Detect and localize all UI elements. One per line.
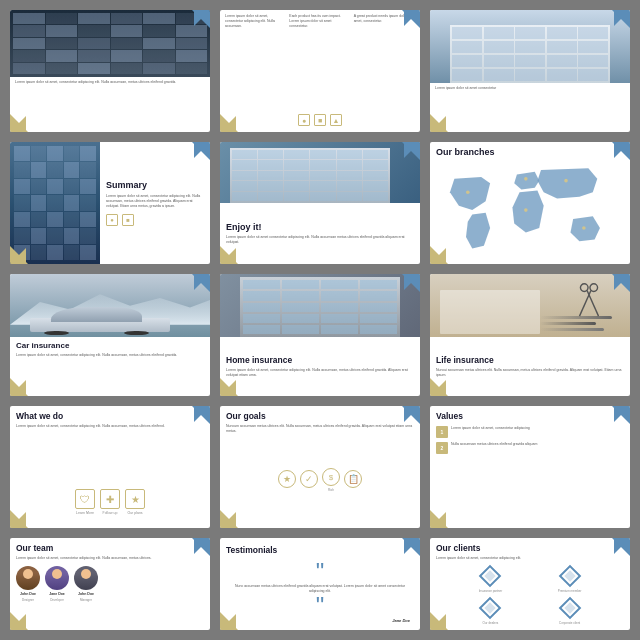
slide-goals: Our goals Nuncum accumsan metus ultrices… [220, 406, 420, 528]
corner-decoration [404, 538, 420, 554]
svg-point-2 [564, 179, 568, 183]
slide-title: Our goals [226, 411, 414, 421]
slide-body: Our branches [430, 142, 630, 264]
icon-1: ● [298, 114, 310, 126]
avatar-1 [16, 566, 40, 590]
team-member-1: John Doe Designer [16, 566, 40, 602]
client-4: Corporate client [532, 597, 607, 625]
star-icon: ★ [125, 489, 145, 509]
slide-text: Lorem ipsum dolor sit amet, consectetur … [16, 424, 204, 429]
client-label-1: Insurance partner [479, 589, 503, 593]
slide-life-insurance: Life insurance Nuncui accumsan metus ult… [430, 274, 630, 396]
shield-icon: 🛡 [75, 489, 95, 509]
corner-decoration [430, 116, 446, 132]
col-text: Each product has its own impact. Lorem i… [289, 14, 350, 29]
world-map-svg [441, 161, 620, 259]
corner-decoration [194, 142, 210, 158]
building-image [10, 142, 100, 264]
svg-point-3 [582, 226, 586, 230]
car-image [10, 274, 210, 337]
slide-body: Summary Lorem ipsum dolor sit amet, cons… [100, 142, 210, 264]
client-label-4: Corporate client [559, 621, 580, 625]
corner-decoration [430, 512, 446, 528]
member-role-2: Developer [50, 598, 64, 602]
corner-decoration [10, 248, 26, 264]
icon-item-3: ★ Our plans [125, 489, 145, 515]
slide-clients: Our clients Lorem ipsum dolor sit amet, … [430, 538, 630, 630]
slide-body: Enjoy it! Lorem ipsum dolor sit amet con… [220, 203, 420, 264]
star-goal-icon: ★ [278, 470, 296, 488]
slide-body: Our goals Nuncum accumsan metus ultrices… [220, 406, 420, 528]
svg-point-4 [524, 208, 528, 212]
corner-decoration [404, 406, 420, 422]
corner-decoration [614, 274, 630, 290]
slide-body: Our clients Lorem ipsum dolor sit amet, … [430, 538, 630, 630]
slide-title: Our clients [436, 543, 624, 553]
building-image [220, 274, 420, 337]
corner-decoration [10, 380, 26, 396]
corner-decoration [614, 538, 630, 554]
tool-3 [540, 328, 604, 331]
content-columns: Lorem ipsum dolor sit amet, consectetur … [225, 14, 415, 112]
slide-text: Lorem ipsum dolor sit amet, consectetur … [106, 194, 204, 210]
team-members-row: John Doe Designer Jane Doe Developer Joh… [16, 566, 204, 625]
window-grid [240, 277, 400, 337]
client-icon-2 [559, 565, 581, 587]
slide-body: What we do Lorem ipsum dolor sit amet, c… [10, 406, 210, 528]
corner-decoration [194, 274, 210, 290]
avatar-head [23, 569, 33, 579]
goal-icon-2: ✓ [300, 470, 318, 490]
corner-decoration [404, 274, 420, 290]
col-text: Lorem ipsum dolor sit amet, consectetur … [225, 14, 286, 29]
col-3: A great product needs ipsum dolor sit am… [354, 14, 415, 112]
building-facade [450, 25, 610, 84]
client-label-2: Premium member [558, 589, 582, 593]
icon-3: ▲ [330, 114, 342, 126]
corner-decoration [430, 614, 446, 630]
team-member-2: Jane Doe Developer [45, 566, 69, 602]
corner-decoration [614, 406, 630, 422]
building-facade [230, 148, 390, 203]
slide-text: Lorem ipsum dolor sit amet, consectetur … [15, 80, 205, 85]
slide-title: Testimonials [226, 545, 277, 555]
value-item-1: 1 Lorem ipsum dolor sit amet, consectetu… [436, 426, 624, 438]
window-grid [10, 10, 210, 77]
slide-body: Our team Lorem ipsum dolor sit amet, con… [10, 538, 210, 630]
slide-3: Lorem ipsum dolor sit amet consectetur [430, 10, 630, 132]
testimonial-author: Jane Doe [392, 618, 414, 623]
client-icon-4 [559, 597, 581, 619]
client-icon-1 [479, 565, 501, 587]
icon-label: Our plans [127, 511, 142, 515]
window-grid [10, 142, 100, 264]
slide-title: Our branches [436, 147, 624, 157]
value-number-2: 2 [436, 442, 448, 454]
slide-text: Lorem ipsum dolor sit amet, consectetur … [436, 556, 624, 560]
dollar-goal-icon: $ [322, 468, 340, 486]
slide-text: Nuncui accumsan metus ultrices elit. Nul… [436, 368, 624, 378]
slide-body: Lorem ipsum dolor sit amet, consectetur … [10, 77, 210, 132]
quote-open-icon: " [316, 560, 325, 584]
value-number-1: 1 [436, 426, 448, 438]
slide-text: Lorem ipsum dolor sit amet, consectetur … [226, 368, 414, 378]
corner-decoration [220, 614, 236, 630]
corner-decoration [404, 142, 420, 158]
goal-label: Rich [328, 488, 334, 492]
building-image [10, 10, 210, 77]
slide-car-insurance: Car insurance Lorem ipsum dolor sit amet… [10, 274, 210, 396]
svg-point-6 [590, 284, 598, 292]
corner-decoration [220, 248, 236, 264]
slide-body: Home insurance Lorem ipsum dolor sit ame… [220, 337, 420, 396]
client-icon-3 [479, 597, 501, 619]
building-image [430, 10, 630, 83]
slide-title: Home insurance [226, 355, 414, 365]
slide-title: Enjoy it! [226, 222, 414, 232]
slide-body: Life insurance Nuncui accumsan metus ult… [430, 337, 630, 396]
goal-icon-1: ★ [278, 470, 296, 490]
value-text-2: Nulla accumsan metus ultrices eleifend g… [451, 442, 537, 447]
svg-point-5 [580, 284, 588, 292]
corner-decoration [430, 380, 446, 396]
corner-decoration [614, 142, 630, 158]
avatar-2 [45, 566, 69, 590]
slide-title: What we do [16, 411, 204, 421]
corner-decoration [10, 614, 26, 630]
